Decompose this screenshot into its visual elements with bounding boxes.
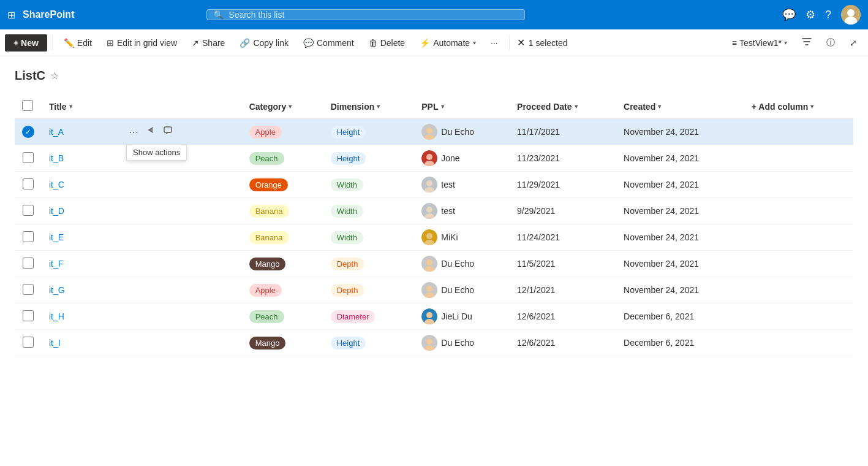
proceed-date-value: 11/23/2021 (517, 153, 560, 163)
share-row-button[interactable] (143, 124, 158, 139)
ppl-name: test (441, 180, 455, 189)
svg-point-29 (426, 338, 432, 345)
row-title[interactable]: it_C (49, 180, 64, 189)
created-cell: November 24, 2021 (616, 251, 744, 277)
row-checkbox[interactable] (23, 258, 34, 269)
grid-icon[interactable]: ⊞ (7, 9, 15, 21)
ppl-column-header[interactable]: PPL ▾ (414, 95, 510, 118)
share-icon: ↗ (192, 38, 199, 48)
ppl-avatar (421, 177, 437, 193)
add-column-header[interactable]: + Add column ▾ (744, 95, 853, 118)
dimension-badge: Diameter (331, 310, 376, 323)
comment-button[interactable]: 💬 Comment (297, 34, 360, 52)
category-cell: Mango (242, 251, 323, 277)
proceed-date-cell: 11/29/2021 (510, 172, 616, 198)
table-row: it_EBananaWidth MiKi 11/24/2021November … (15, 224, 853, 251)
separator-1 (52, 36, 53, 50)
category-badge: Apple (249, 126, 282, 139)
row-title[interactable]: it_H (49, 311, 64, 321)
row-title[interactable]: it_E (49, 232, 64, 242)
add-column-cell (744, 277, 853, 304)
title-cell: it_C (42, 172, 242, 198)
favorite-icon[interactable]: ☆ (50, 70, 59, 82)
svg-rect-3 (164, 127, 172, 132)
close-selected-icon[interactable]: ✕ (517, 37, 525, 48)
dimension-badge: Height (331, 152, 366, 165)
category-column-header[interactable]: Category ▾ (242, 95, 323, 118)
ppl-cell: test (414, 198, 510, 224)
view-selector-button[interactable]: ≡ TestView1* ▾ (726, 34, 793, 52)
row-checkbox[interactable] (23, 205, 34, 216)
copy-link-button[interactable]: 🔗 Copy link (233, 34, 295, 52)
title-column-header[interactable]: Title ▾ (42, 95, 242, 118)
created-column-header[interactable]: Created ▾ (616, 95, 744, 118)
new-button[interactable]: + New (5, 34, 47, 52)
row-checkbox[interactable] (23, 178, 34, 189)
category-badge: Peach (249, 152, 284, 165)
proceed-date-cell: 12/1/2021 (510, 277, 616, 304)
ppl-name: Du Echo (441, 259, 474, 269)
title-cell: it_G (42, 277, 242, 304)
automate-button[interactable]: ⚡ Automate ▾ (413, 34, 482, 52)
proceed-date-value: 11/17/2021 (517, 127, 560, 137)
table-row: it_COrangeWidth test 11/29/2021November … (15, 172, 853, 198)
select-all-header[interactable] (15, 95, 42, 118)
ppl-name: Du Echo (441, 338, 474, 348)
more-actions-button[interactable]: ⋯ (126, 125, 141, 139)
edit-grid-button[interactable]: ⊞ Edit in grid view (100, 34, 183, 52)
created-value: December 6, 2021 (624, 311, 694, 321)
more-button[interactable]: ··· (485, 34, 504, 52)
search-input[interactable] (228, 10, 518, 20)
edit-button[interactable]: ✏️ Edit (58, 34, 98, 52)
add-column-cell (744, 224, 853, 251)
row-checkbox[interactable] (23, 284, 34, 295)
row-title[interactable]: it_B (49, 153, 64, 163)
proceed-date-value: 12/6/2021 (517, 338, 555, 348)
dimension-badge: Width (331, 205, 363, 218)
ppl-avatar (421, 229, 437, 245)
row-checkbox-checked[interactable]: ✓ (22, 126, 34, 138)
select-all-checkbox[interactable] (22, 100, 33, 111)
message-icon[interactable]: 💬 (782, 8, 796, 21)
avatar[interactable] (841, 5, 861, 25)
dimension-badge: Height (331, 126, 366, 139)
row-checkbox[interactable] (23, 337, 34, 348)
created-cell: November 24, 2021 (616, 277, 744, 304)
proceed-date-column-header[interactable]: Proceed Date ▾ (510, 95, 616, 118)
show-actions-tooltip: Show actions (126, 144, 187, 161)
created-cell: December 6, 2021 (616, 330, 744, 356)
category-badge: Banana (249, 205, 289, 218)
ppl-cell: Du Echo (414, 277, 510, 304)
row-checkbox[interactable] (23, 231, 34, 242)
row-title[interactable]: it_D (49, 206, 64, 216)
share-button[interactable]: ↗ Share (186, 34, 231, 52)
search-bar[interactable]: 🔍 (206, 9, 525, 20)
filter-icon (802, 37, 812, 48)
delete-icon: 🗑 (369, 38, 377, 48)
row-title[interactable]: it_A (49, 127, 123, 137)
add-column-cell (744, 304, 853, 330)
ppl-cell: MiKi (414, 224, 510, 251)
row-checkbox[interactable] (23, 310, 34, 321)
comment-row-button[interactable] (160, 124, 175, 139)
app-logo: SharePoint (23, 9, 74, 20)
row-title[interactable]: it_F (49, 259, 63, 269)
info-button[interactable]: ⓘ (820, 34, 841, 52)
help-icon[interactable]: ? (825, 9, 831, 21)
table-row: it_HPeachDiameter JieLi Du 12/6/2021Dece… (15, 304, 853, 330)
proceed-date-cell: 11/23/2021 (510, 145, 616, 172)
row-select-cell: ✓ (15, 118, 42, 145)
row-select-cell (15, 145, 42, 172)
delete-button[interactable]: 🗑 Delete (363, 34, 411, 52)
dimension-column-header[interactable]: Dimension ▾ (323, 95, 415, 118)
settings-icon[interactable]: ⚙ (806, 8, 815, 21)
filter-button[interactable] (796, 33, 818, 52)
collapse-button[interactable]: ⤢ (843, 34, 863, 52)
category-cell: Mango (242, 330, 323, 356)
list-table: Title ▾ Category ▾ Dimension ▾ (15, 95, 853, 356)
proceed-date-value: 12/6/2021 (517, 311, 555, 321)
row-title[interactable]: it_I (49, 338, 61, 348)
row-title[interactable]: it_G (49, 285, 65, 295)
row-checkbox[interactable] (23, 152, 34, 163)
add-column-cell (744, 118, 853, 145)
